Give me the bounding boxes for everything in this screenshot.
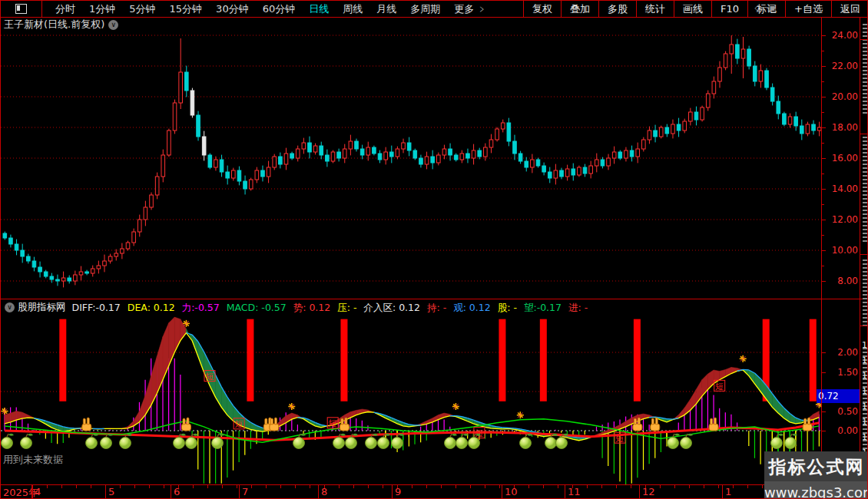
axis-tick (822, 35, 826, 36)
toolbar-right-buttons: 复权叠加多股统计画线F10标记+自选返回 (523, 1, 868, 18)
toolbar-button-返回[interactable]: 返回 (831, 1, 868, 18)
time-tick (134, 485, 135, 488)
time-tick (353, 485, 354, 488)
time-tick (280, 485, 281, 488)
axis-subtick (822, 173, 824, 174)
toolbar-button-叠加[interactable]: 叠加 (561, 1, 598, 18)
time-axis-separator (318, 485, 319, 499)
strip-digit: 1 (862, 355, 867, 365)
time-tick (601, 485, 602, 488)
indicator-axis-label: 1.50 (823, 367, 858, 378)
time-tick (499, 485, 500, 488)
axis-tick (822, 372, 826, 373)
indicator-field: 持: - (427, 302, 446, 313)
toolbar: 分时1分钟5分钟15分钟30分钟60分钟日线周线月线多周期更多 ﹥ 复权叠加多股… (1, 1, 868, 18)
strip-separator (860, 134, 868, 134)
indicator-field: 势: 0.12 (293, 302, 331, 313)
price-axis-label: 10.00 (823, 245, 858, 256)
axis-subtick (822, 143, 824, 144)
period-tab-5分钟[interactable]: 5分钟 (122, 2, 162, 16)
toolbar-button-F10[interactable]: F10 (711, 1, 747, 18)
price-axis-label: 16.00 (823, 153, 858, 164)
strip-digit: 1 (862, 371, 867, 381)
time-tick (383, 485, 383, 488)
month-label-10: 10 (505, 486, 518, 497)
year-label: 2025年 (3, 486, 38, 499)
time-tick (207, 485, 208, 488)
panel-icon[interactable]: ▣ (768, 2, 777, 13)
vertical-text (863, 259, 867, 329)
axis-subtick (822, 81, 824, 82)
time-axis-separator (392, 485, 393, 499)
indicator-field: 介入区: 0.12 (363, 302, 420, 313)
watermark-url: www.zbgs3.com (764, 481, 868, 499)
axis-tick (822, 411, 826, 412)
indicator-axis-label: 2.00 (823, 347, 858, 358)
svg-text:短: 短 (715, 382, 724, 392)
indicator-field: MACD: -0.57 (227, 302, 287, 313)
price-axis-label: 14.00 (823, 183, 858, 194)
period-tab-30分钟[interactable]: 30分钟 (209, 2, 256, 16)
indicator-field: DIFF:-0.17 (72, 302, 121, 313)
future-data-warning: 用到未来数据 (3, 453, 63, 467)
chevron-down-icon[interactable]: ∨ (108, 20, 118, 30)
axis-tick (822, 189, 826, 190)
time-tick (456, 485, 456, 488)
svg-text:短: 短 (616, 434, 624, 444)
toolbar-button-多股[interactable]: 多股 (598, 1, 636, 18)
time-tick (251, 485, 252, 488)
toolbar-button-复权[interactable]: 复权 (523, 1, 561, 18)
toolbar-button-画线[interactable]: 画线 (674, 1, 711, 18)
time-tick (310, 485, 310, 488)
watermark: 指标公式网 www.zbgs3.com (764, 451, 868, 499)
time-tick (689, 485, 690, 488)
indicator-header: ∨ 股朋指标网 DIFF:-0.17DEA: 0.12力:-0.57MACD: … (1, 300, 821, 314)
period-tab-周线[interactable]: 周线 (336, 2, 369, 16)
axis-tick (822, 66, 826, 67)
indicator-chevron-icon[interactable]: ∨ (5, 302, 15, 312)
right-vertical-strip[interactable]: 11111111 (860, 18, 868, 499)
diamond-icon[interactable]: ◇ (754, 2, 761, 13)
toolbar-button-+自选[interactable]: +自选 (785, 1, 831, 18)
indicator-values: DIFF:-0.17DEA: 0.12力:-0.57MACD: -0.57势: … (72, 300, 595, 314)
period-tab-更多 ﹥[interactable]: 更多 ﹥ (447, 2, 494, 16)
time-tick (470, 485, 471, 488)
indicator-field: 进: - (568, 302, 588, 313)
layout-icon (15, 4, 27, 14)
window-layout-button[interactable] (1, 1, 42, 18)
period-tab-1分钟[interactable]: 1分钟 (82, 2, 122, 16)
period-tab-60分钟[interactable]: 60分钟 (256, 2, 303, 16)
price-axis-label: 20.00 (823, 91, 858, 102)
axis-tick (822, 431, 826, 431)
time-axis-separator (32, 485, 33, 499)
time-tick (295, 485, 296, 488)
period-tab-月线[interactable]: 月线 (369, 2, 403, 16)
period-tab-分时[interactable]: 分时 (48, 2, 82, 16)
time-tick (733, 485, 734, 488)
axis-tick (822, 158, 826, 159)
axis-tick (822, 220, 826, 220)
month-label-12: 12 (642, 486, 655, 497)
indicator-field: DEA: 0.12 (128, 302, 175, 313)
indicator-panel[interactable]: 短短短短短短 (1, 315, 821, 484)
period-tab-多周期[interactable]: 多周期 (403, 2, 447, 16)
time-tick (222, 485, 223, 488)
indicator-axis-label: 0.00 (823, 425, 858, 436)
toolbar-button-统计[interactable]: 统计 (636, 1, 674, 18)
time-tick (61, 485, 62, 488)
indicator-name[interactable]: 股朋指标网 (18, 301, 66, 314)
trading-app-window: 分时1分钟5分钟15分钟30分钟60分钟日线周线月线多周期更多 ﹥ 复权叠加多股… (0, 0, 868, 499)
indicator-field: 望:-0.17 (524, 302, 562, 313)
chart-right-border (821, 18, 822, 499)
period-tab-日线[interactable]: 日线 (302, 2, 336, 16)
time-tick (91, 485, 91, 488)
candlestick-chart[interactable] (1, 31, 821, 299)
price-axis-label: 18.00 (823, 122, 858, 133)
month-label-7: 7 (242, 486, 248, 497)
watermark-site-name: 指标公式网 (764, 451, 868, 479)
period-tab-15分钟[interactable]: 15分钟 (163, 2, 210, 16)
strip-digit: 1 (862, 402, 867, 411)
strip-separator (860, 254, 868, 255)
time-axis-separator (171, 485, 171, 499)
time-tick (266, 485, 267, 488)
